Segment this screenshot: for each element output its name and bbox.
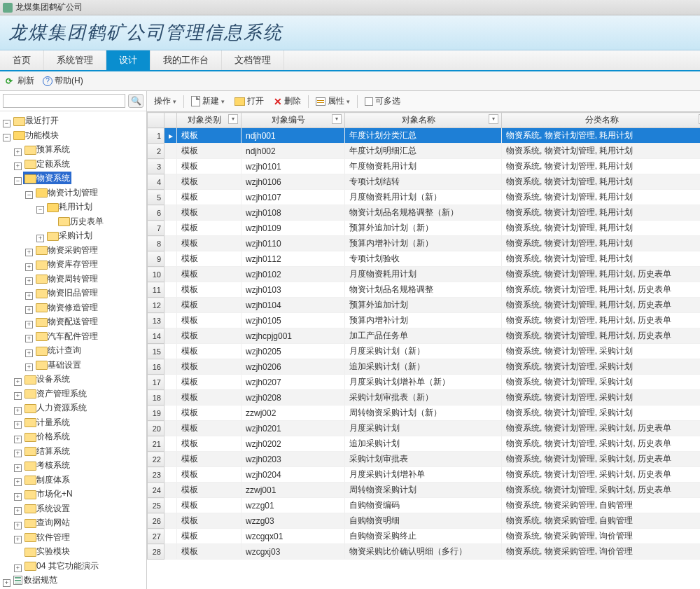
tree-node[interactable]: 市场化+N xyxy=(23,487,74,500)
tree-toggle[interactable]: + xyxy=(25,306,33,314)
table-row[interactable]: 7模板wzjh0109预算外追加计划（新）物资系统, 物资计划管理, 耗用计划 xyxy=(148,221,701,236)
column-header[interactable]: 对象类别▾ xyxy=(177,113,241,128)
table-row[interactable]: 28模板wzcgxj03物资采购比价确认明细（多行）物资系统, 物资采购管理, … xyxy=(148,544,701,560)
tree-node[interactable]: 查询网站 xyxy=(23,516,71,529)
tree-node[interactable]: 功能模块 xyxy=(12,129,60,141)
tree-toggle[interactable]: + xyxy=(14,464,22,472)
table-row[interactable]: 2模板ndjh002年度计划明细汇总物资系统, 物资计划管理, 耗用计划 xyxy=(148,144,701,159)
tree-node[interactable]: 历史表单 xyxy=(57,215,105,228)
table-row[interactable]: 22模板wzjh0203采购计划审批表物资系统, 物资计划管理, 采购计划, 历… xyxy=(148,452,701,467)
table-row[interactable]: 15模板wzjh0205月度采购计划（新）物资系统, 物资计划管理, 采购计划 xyxy=(148,344,701,359)
tree-node[interactable]: 物资周转管理 xyxy=(34,272,99,285)
tree-node[interactable]: 资产管理系统 xyxy=(23,387,88,400)
tree-node[interactable]: 定额系统 xyxy=(23,158,71,170)
table-row[interactable]: 1▸模板ndjh001年度计划分类汇总物资系统, 物资计划管理, 耗用计划 xyxy=(148,128,701,144)
table-row[interactable]: 10模板wzjh0102月度物资耗用计划物资系统, 物资计划管理, 耗用计划, … xyxy=(148,267,701,282)
operation-dropdown[interactable]: 操作 ▾ xyxy=(151,94,179,109)
tree-toggle[interactable]: + xyxy=(14,407,22,415)
multiselect-toggle[interactable]: 可多选 xyxy=(362,94,403,109)
table-row[interactable]: 14模板wzjhcpjg001加工产品任务单物资系统, 物资计划管理, 耗用计划… xyxy=(148,328,701,344)
menu-tab[interactable]: 系统管理 xyxy=(44,50,106,70)
table-row[interactable]: 17模板wzjh0207月度采购计划增补单（新）物资系统, 物资计划管理, 采购… xyxy=(148,375,701,390)
tree-node[interactable]: 耗用计划 xyxy=(46,200,94,213)
table-row[interactable]: 8模板wzjh0110预算内增补计划（新）物资系统, 物资计划管理, 耗用计划 xyxy=(148,236,701,251)
column-header[interactable]: 分类名称▾ xyxy=(502,113,701,128)
menu-tab[interactable]: 设计 xyxy=(106,50,150,70)
tree-toggle[interactable]: − xyxy=(3,134,10,141)
new-button[interactable]: 新建 ▾ xyxy=(188,94,227,109)
help-button[interactable]: ? 帮助(H) xyxy=(43,75,83,87)
tree-node[interactable]: 统计查询 xyxy=(34,344,83,356)
tree-node[interactable]: 考核系统 xyxy=(23,459,71,471)
menu-tab[interactable]: 首页 xyxy=(0,50,44,70)
tree-node[interactable]: 系统设置 xyxy=(23,502,71,515)
tree-toggle[interactable]: + xyxy=(14,436,22,443)
data-grid[interactable]: 对象类别▾对象编号▾对象名称▾分类名称▾ 1▸模板ndjh001年度计划分类汇总… xyxy=(147,112,700,589)
table-row[interactable]: 12模板wzjh0104预算外追加计划物资系统, 物资计划管理, 耗用计划, 历… xyxy=(148,298,701,313)
tree-toggle[interactable]: + xyxy=(14,148,22,156)
table-row[interactable]: 9模板wzjh0112专项计划验收物资系统, 物资计划管理, 耗用计划 xyxy=(148,251,701,267)
filter-icon[interactable]: ▾ xyxy=(332,114,342,124)
search-button[interactable]: 🔍 xyxy=(128,94,144,108)
tree-node[interactable]: 设备系统 xyxy=(23,373,71,385)
tree-toggle[interactable]: − xyxy=(25,191,33,199)
tree-toggle[interactable]: + xyxy=(25,321,33,328)
tree-node[interactable]: 基础设置 xyxy=(34,359,83,371)
tree-node[interactable]: 软件管理 xyxy=(23,531,71,543)
tree-node[interactable]: 物资库存管理 xyxy=(34,258,99,270)
open-button[interactable]: 打开 xyxy=(232,94,267,109)
table-row[interactable]: 24模板zzwj001周转物资采购计划物资系统, 物资计划管理, 采购计划, 历… xyxy=(148,483,701,498)
tree-node[interactable]: 结算系统 xyxy=(23,445,71,457)
tree-node[interactable]: 物资旧品管理 xyxy=(34,286,99,299)
column-header[interactable]: 对象名称▾ xyxy=(345,113,502,128)
tree-toggle[interactable]: + xyxy=(25,249,33,256)
refresh-button[interactable]: ⟳ 刷新 xyxy=(6,75,34,87)
table-row[interactable]: 16模板wzjh0206追加采购计划（新）物资系统, 物资计划管理, 采购计划 xyxy=(148,359,701,375)
column-header[interactable]: 对象编号▾ xyxy=(241,113,345,128)
tree-toggle[interactable]: + xyxy=(14,478,22,486)
table-row[interactable]: 6模板wzjh0108物资计划品名规格调整（新）物资系统, 物资计划管理, 耗用… xyxy=(148,205,701,221)
tree-node[interactable]: 物资计划管理 xyxy=(34,186,99,199)
menu-tab[interactable]: 我的工作台 xyxy=(150,50,222,70)
table-row[interactable]: 13模板wzjh0105预算内增补计划物资系统, 物资计划管理, 耗用计划, 历… xyxy=(148,313,701,328)
tree-toggle[interactable]: + xyxy=(14,421,22,429)
tree-node[interactable]: 汽车配件管理 xyxy=(34,330,99,342)
tree-node[interactable]: 价格系统 xyxy=(23,430,71,443)
tree-toggle[interactable]: + xyxy=(14,522,22,529)
tree-node[interactable]: 采购计划 xyxy=(46,229,94,242)
table-row[interactable]: 23模板wzjh0204月度采购计划增补单物资系统, 物资计划管理, 采购计划,… xyxy=(148,467,701,483)
tree-node[interactable]: 物资采购管理 xyxy=(34,244,99,256)
table-row[interactable]: 26模板wzzg03自购物资明细物资系统, 物资采购管理, 自购管理 xyxy=(148,513,701,529)
tree-toggle[interactable]: + xyxy=(25,363,33,371)
table-row[interactable]: 19模板zzwj002周转物资采购计划（新）物资系统, 物资计划管理, 采购计划 xyxy=(148,406,701,421)
delete-button[interactable]: ✕ 删除 xyxy=(271,94,304,109)
tree-node[interactable]: 最近打开 xyxy=(12,114,60,127)
table-row[interactable]: 11模板wzjh0103物资计划品名规格调整物资系统, 物资计划管理, 耗用计划… xyxy=(148,282,701,298)
table-row[interactable]: 21模板wzjh0202追加采购计划物资系统, 物资计划管理, 采购计划, 历史… xyxy=(148,436,701,452)
tree-toggle[interactable]: + xyxy=(25,349,33,357)
table-row[interactable]: 25模板wzzg01自购物资编码物资系统, 物资采购管理, 自购管理 xyxy=(148,498,701,513)
tree-node[interactable]: 制度体系 xyxy=(23,473,71,486)
search-input[interactable] xyxy=(3,94,125,108)
tree-toggle[interactable]: + xyxy=(25,292,33,300)
tree-node[interactable]: 实验模块 xyxy=(23,545,71,557)
tree-node[interactable]: 人力资源系统 xyxy=(23,401,88,414)
tree-toggle[interactable]: + xyxy=(25,335,33,342)
table-row[interactable]: 27模板wzcgqx01自购物资采购终止物资系统, 物资采购管理, 询价管理 xyxy=(148,529,701,544)
table-row[interactable]: 5模板wzjh0107月度物资耗用计划（新）物资系统, 物资计划管理, 耗用计划 xyxy=(148,190,701,205)
tree-toggle[interactable]: + xyxy=(14,536,22,543)
table-row[interactable]: 20模板wzjh0201月度采购计划物资系统, 物资计划管理, 采购计划, 历史… xyxy=(148,421,701,436)
table-row[interactable]: 18模板wzjh0208采购计划审批表（新）物资系统, 物资计划管理, 采购计划 xyxy=(148,390,701,406)
tree-toggle[interactable]: + xyxy=(25,277,33,285)
tree-toggle[interactable]: − xyxy=(3,120,10,127)
tree-toggle[interactable]: + xyxy=(14,392,22,400)
tree-toggle[interactable]: + xyxy=(14,507,22,515)
tree-toggle[interactable]: + xyxy=(14,564,22,572)
tree-node[interactable]: 数据规范 xyxy=(12,574,59,586)
tree-node[interactable]: 物资修造管理 xyxy=(34,301,99,314)
tree-node[interactable]: 预算系统 xyxy=(23,143,71,155)
table-row[interactable]: 3模板wzjh0101年度物资耗用计划物资系统, 物资计划管理, 耗用计划 xyxy=(148,159,701,174)
tree-toggle[interactable]: + xyxy=(3,579,10,587)
filter-icon[interactable]: ▾ xyxy=(489,114,498,124)
menu-tab[interactable]: 文档管理 xyxy=(222,50,284,70)
